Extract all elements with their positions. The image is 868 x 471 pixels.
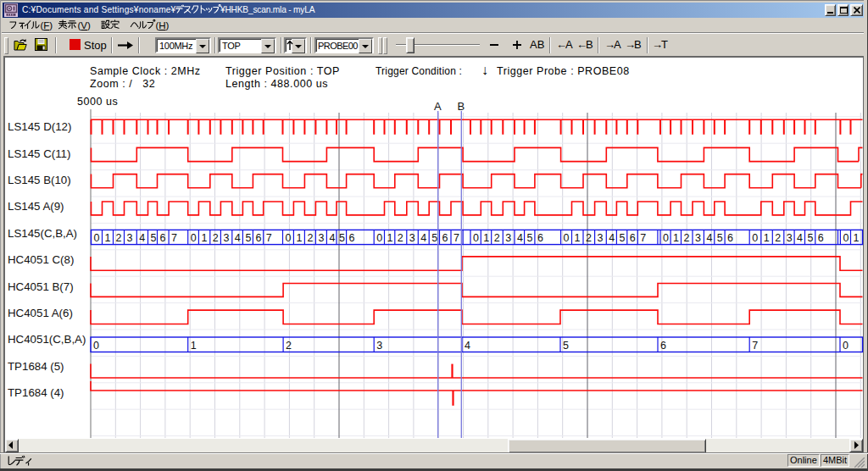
svg-text:6: 6 [442,232,448,244]
svg-text:2: 2 [684,232,690,244]
svg-text:5: 5 [563,340,569,352]
svg-text:1: 1 [201,232,207,244]
svg-text:A: A [434,100,442,113]
svg-text:6: 6 [727,232,733,244]
svg-text:4: 4 [609,232,615,244]
svg-text:4: 4 [797,232,803,244]
svg-text:1: 1 [296,232,302,244]
svg-text:3: 3 [505,232,511,244]
svg-text:2: 2 [775,232,781,244]
svg-text:2: 2 [307,232,313,244]
svg-text:4: 4 [329,232,335,244]
svg-text:4: 4 [465,340,470,352]
svg-text:3: 3 [598,232,604,244]
svg-text:5: 5 [808,232,814,244]
svg-text:5: 5 [527,232,533,244]
svg-text:0: 0 [843,340,849,352]
svg-text:6: 6 [660,340,666,352]
svg-text:0: 0 [843,232,849,244]
svg-text:1: 1 [483,232,489,244]
svg-text:7: 7 [266,232,272,244]
svg-text:1: 1 [854,232,860,244]
svg-text:3: 3 [376,340,382,352]
svg-text:5: 5 [339,232,345,244]
svg-text:1: 1 [105,232,111,244]
svg-text:6: 6 [537,232,543,244]
svg-text:2: 2 [213,232,219,244]
svg-text:3: 3 [695,232,701,244]
svg-text:3: 3 [318,232,324,244]
svg-text:0: 0 [564,232,570,244]
svg-text:1: 1 [191,340,197,352]
svg-text:4: 4 [706,232,712,244]
svg-text:5: 5 [245,232,251,244]
svg-text:0: 0 [94,232,100,244]
svg-text:0: 0 [93,340,99,352]
svg-text:3: 3 [127,232,133,244]
svg-text:5: 5 [619,232,625,244]
svg-text:7: 7 [453,232,459,244]
svg-text:7: 7 [752,340,758,352]
svg-text:0: 0 [663,232,669,244]
svg-text:0: 0 [376,232,382,244]
svg-text:0: 0 [752,232,758,244]
svg-text:4: 4 [139,232,145,244]
svg-text:6: 6 [349,232,355,244]
svg-text:2: 2 [586,232,592,244]
svg-text:6: 6 [255,232,261,244]
svg-text:3: 3 [409,232,415,244]
svg-text:2: 2 [398,232,403,244]
svg-text:0: 0 [191,232,197,244]
svg-text:2: 2 [286,340,292,352]
svg-text:B: B [458,100,465,113]
svg-text:4: 4 [235,232,241,244]
svg-text:5: 5 [717,232,723,244]
svg-text:4: 4 [517,232,523,244]
svg-text:0: 0 [286,232,292,244]
svg-text:5: 5 [151,232,157,244]
svg-text:1: 1 [764,232,770,244]
svg-text:3: 3 [787,232,793,244]
svg-text:5: 5 [431,232,437,244]
svg-text:0: 0 [473,232,479,244]
svg-text:6: 6 [630,232,636,244]
svg-text:1: 1 [673,232,679,244]
svg-text:6: 6 [160,232,166,244]
svg-text:7: 7 [640,232,646,244]
svg-text:4: 4 [420,232,426,244]
svg-text:3: 3 [223,232,229,244]
svg-text:2: 2 [494,232,500,244]
svg-text:6: 6 [818,232,824,244]
svg-text:2: 2 [116,232,122,244]
svg-text:1: 1 [387,232,393,244]
svg-text:7: 7 [171,232,177,244]
svg-text:1: 1 [575,232,581,244]
